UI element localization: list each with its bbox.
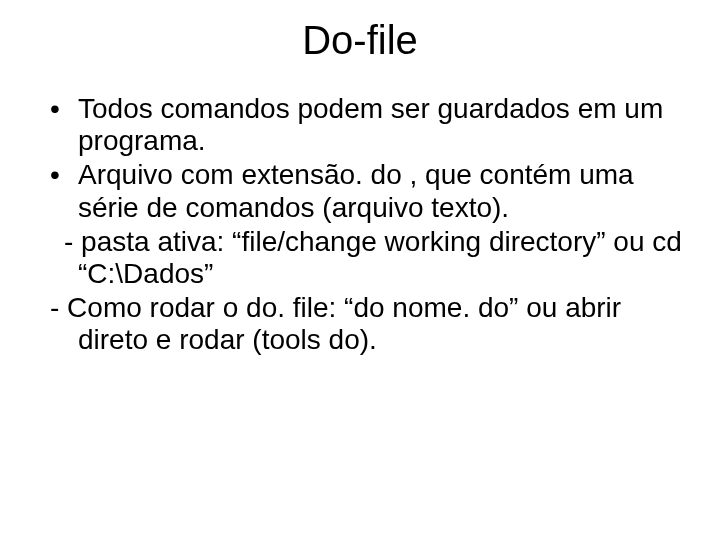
- bullet-item: Arquivo com extensão. do , que contém um…: [50, 159, 690, 223]
- bullet-list: Todos comandos podem ser guardados em um…: [50, 93, 690, 224]
- dash-item: - pasta ativa: “file/change working dire…: [50, 226, 690, 290]
- slide: Do-file Todos comandos podem ser guardad…: [0, 0, 720, 540]
- dash-text: - pasta ativa: “file/change working dire…: [50, 226, 690, 290]
- slide-title: Do-file: [0, 0, 720, 73]
- slide-body: Todos comandos podem ser guardados em um…: [0, 73, 720, 357]
- dash-item: - Como rodar o do. file: “do nome. do” o…: [50, 292, 690, 356]
- dash-text: - Como rodar o do. file: “do nome. do” o…: [50, 292, 690, 356]
- bullet-item: Todos comandos podem ser guardados em um…: [50, 93, 690, 157]
